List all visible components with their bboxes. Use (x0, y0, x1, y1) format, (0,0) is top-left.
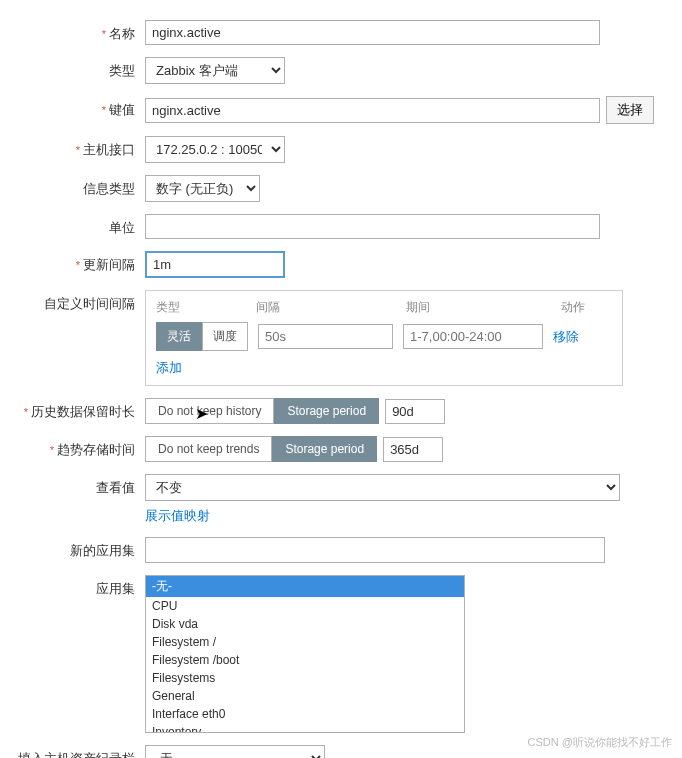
list-item[interactable]: -无- (146, 576, 464, 597)
info-type-label: 信息类型 (10, 175, 145, 198)
custom-interval-label: 自定义时间间隔 (10, 290, 145, 313)
trend-nokeep-button[interactable]: Do not keep trends (145, 436, 272, 462)
unit-input[interactable] (145, 214, 600, 239)
interval-value-input[interactable] (258, 324, 393, 349)
add-link[interactable]: 添加 (156, 360, 182, 375)
remove-link[interactable]: 移除 (553, 328, 579, 346)
view-value-label: 查看值 (10, 474, 145, 497)
apps-listbox[interactable]: -无-CPUDisk vdaFilesystem /Filesystem /bo… (145, 575, 465, 733)
scheduling-toggle[interactable]: 调度 (202, 322, 248, 351)
history-value-input[interactable] (385, 399, 445, 424)
col-period: 期间 (406, 299, 561, 316)
custom-interval-box: 类型 间隔 期间 动作 灵活 调度 移除 添加 (145, 290, 623, 386)
list-item[interactable]: Interface eth0 (146, 705, 464, 723)
list-item[interactable]: General (146, 687, 464, 705)
key-label: 键值 (10, 96, 145, 119)
list-item[interactable]: CPU (146, 597, 464, 615)
key-select-button[interactable]: 选择 (606, 96, 654, 124)
trend-label: 趋势存储时间 (10, 436, 145, 459)
list-item[interactable]: Inventory (146, 723, 464, 733)
new-app-input[interactable] (145, 537, 605, 563)
flexible-toggle[interactable]: 灵活 (156, 322, 202, 351)
update-interval-input[interactable] (145, 251, 285, 278)
name-label: 名称 (10, 20, 145, 43)
col-interval: 间隔 (256, 299, 406, 316)
host-interface-label: 主机接口 (10, 136, 145, 159)
type-select[interactable]: Zabbix 客户端 (145, 57, 285, 84)
list-item[interactable]: Filesystem / (146, 633, 464, 651)
host-inventory-select[interactable]: -无- (145, 745, 325, 758)
apps-label: 应用集 (10, 575, 145, 598)
history-label: 历史数据保留时长 (10, 398, 145, 421)
unit-label: 单位 (10, 214, 145, 237)
col-type: 类型 (156, 299, 256, 316)
host-interface-select[interactable]: 172.25.0.2 : 10050 (145, 136, 285, 163)
show-value-map-link[interactable]: 展示值映射 (145, 507, 210, 525)
trend-storage-button[interactable]: Storage period (272, 436, 377, 462)
new-app-label: 新的应用集 (10, 537, 145, 560)
period-value-input[interactable] (403, 324, 543, 349)
list-item[interactable]: Disk vda (146, 615, 464, 633)
view-value-select[interactable]: 不变 (145, 474, 620, 501)
col-action: 动作 (561, 299, 585, 316)
history-storage-button[interactable]: Storage period (274, 398, 379, 424)
trend-value-input[interactable] (383, 437, 443, 462)
key-input[interactable] (145, 98, 600, 123)
info-type-select[interactable]: 数字 (无正负) (145, 175, 260, 202)
history-nokeep-button[interactable]: Do not keep history (145, 398, 274, 424)
name-input[interactable] (145, 20, 600, 45)
update-interval-label: 更新间隔 (10, 251, 145, 274)
watermark: CSDN @听说你能找不好工作 (528, 735, 672, 750)
type-label: 类型 (10, 57, 145, 80)
list-item[interactable]: Filesystems (146, 669, 464, 687)
host-inventory-label: 填入主机资产纪录栏位 (10, 745, 145, 758)
list-item[interactable]: Filesystem /boot (146, 651, 464, 669)
